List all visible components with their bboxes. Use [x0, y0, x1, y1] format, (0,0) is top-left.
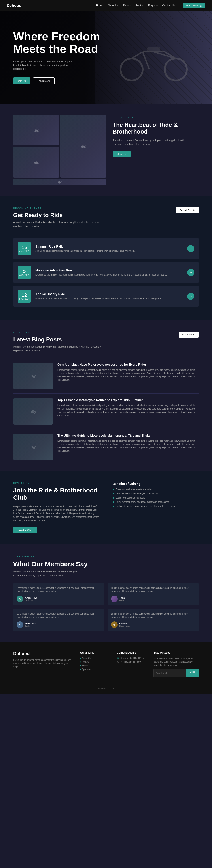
event-arrow-1[interactable]: →: [187, 245, 194, 252]
footer-contact-phone: 📞 + (42) 1234 567 890: [117, 660, 147, 663]
footer: Dehood Lorem ipsum dolor sit amet, conse…: [0, 642, 212, 694]
author-info-4: Gaban Designation: [120, 622, 130, 627]
footer-logo: Dehood: [13, 651, 74, 656]
hero-title: Where Freedom Meets the Road: [13, 30, 100, 55]
event-card-1: 15 July, 2024 Summer Ride Rally Join us …: [13, 238, 199, 259]
join-left: Invitation Join the Ride & Brotherhood C…: [13, 482, 99, 533]
nav-contact[interactable]: Contact Us: [162, 4, 175, 7]
blog-subtitle: A small river named Duden flows by their…: [13, 345, 102, 353]
nav-pages[interactable]: Pages ▾: [148, 4, 158, 7]
navbar: Dehood Home About Us Events Routes Pages…: [0, 0, 212, 11]
about-label: Our Journey: [113, 117, 199, 119]
hero-buttons: Join Us Learn More: [13, 78, 100, 85]
about-section: 🏍 🏍 🏍 🏍 Our Journey The Heartbeat of Rid…: [0, 103, 212, 196]
svg-line-4: [154, 52, 176, 58]
event-card-3: 12 Sept, 2024 Annual Charity Ride Ride w…: [13, 286, 199, 307]
join-club-button[interactable]: Join the Club: [13, 527, 37, 533]
benefit-dot-2: [113, 493, 114, 494]
benefit-2: Connect with fellow motorcycle enthusias…: [113, 492, 199, 495]
event-info-1: Summer Ride Rally Join us for an exhilar…: [35, 245, 183, 253]
testimonial-card-3: Lorem ipsum dolor sit amet, consectetur …: [13, 609, 104, 631]
footer-quick-links: Quick Link About Us Routes Events Sponso…: [80, 651, 110, 677]
newsletter-email-input[interactable]: [154, 669, 186, 677]
hero-join-button[interactable]: Join Us: [13, 78, 30, 85]
svg-point-0: [121, 58, 143, 81]
footer-link-events[interactable]: Events: [80, 664, 110, 667]
nav-about[interactable]: About Us: [108, 4, 118, 7]
hero-content: Where Freedom Meets the Road Lorem ipsum…: [13, 30, 100, 85]
hero-section: Where Freedom Meets the Road Lorem ipsum…: [0, 11, 212, 103]
author-avatar-3: M: [17, 621, 23, 628]
event-card-2: 5 Aug, 2024 Mountain Adventure Run Exper…: [13, 262, 199, 283]
event-date-2: 5 Aug, 2024: [18, 266, 31, 279]
blog-header: Stay Informed Latest Blog Posts A small …: [13, 332, 199, 357]
nav-logo: Dehood: [7, 3, 21, 8]
svg-rect-7: [147, 48, 160, 52]
blog-see-all-button[interactable]: See All Blog: [179, 332, 199, 338]
events-header: Upcoming Events Get Ready to Ride A smal…: [13, 207, 199, 232]
testimonial-author-3: M Maria Tan Banker: [17, 621, 101, 628]
event-info-2: Mountain Adventure Run Experience the th…: [35, 269, 183, 276]
footer-quick-links-title: Quick Link: [80, 651, 110, 654]
blog-card-3: 🏍 The Ultimate Guide to Motorcycle Maint…: [13, 434, 199, 460]
blog-card-2: 🏍 Top 10 Scenic Motorcycle Routes to Exp…: [13, 398, 199, 429]
testimonials-col-2: Lorem ipsum dolor sit amet, consectetur …: [108, 583, 199, 631]
join-section: Invitation Join the Ride & Brotherhood C…: [0, 471, 212, 545]
testimonial-author-1: A Andy Row Designer: [17, 595, 101, 602]
footer-newsletter: Stay Updated A small river named Duden f…: [154, 651, 199, 677]
blog-list: 🏍 Gear Up: Must-Have Motorcycle Accessor…: [13, 363, 199, 460]
nav-home[interactable]: Home: [96, 4, 103, 7]
benefit-dot-5: [113, 506, 114, 507]
events-see-all-button[interactable]: See All Events: [176, 207, 199, 213]
footer-links-list: About Us Routes Events Sponsors: [80, 657, 110, 671]
benefits-list: Access to exclusive events and rides Con…: [113, 488, 199, 507]
testimonial-card-4: Lorem ipsum dolor sit amet, consectetur …: [108, 609, 199, 631]
about-images-grid: 🏍 🏍 🏍 🏍: [13, 115, 106, 185]
footer-brand: Dehood Lorem ipsum dolor sit amet, conse…: [13, 651, 74, 677]
about-join-button[interactable]: Join Us: [113, 151, 131, 157]
footer-link-sponsors[interactable]: Sponsors: [80, 668, 110, 671]
svg-line-2: [132, 52, 143, 58]
blog-card-1: 🏍 Gear Up: Must-Have Motorcycle Accessor…: [13, 363, 199, 394]
about-text: A small river named Duden flows by their…: [113, 138, 199, 146]
join-text: Are you passionate about motorcycles and…: [13, 505, 99, 522]
event-arrow-2[interactable]: →: [187, 269, 194, 276]
email-icon: ✉: [117, 657, 118, 659]
footer-link-routes[interactable]: Routes: [80, 660, 110, 663]
about-image-3: 🏍: [13, 147, 59, 178]
svg-point-1: [165, 58, 187, 81]
testimonials-subtitle: A small river named Duden flows by their…: [13, 570, 80, 578]
footer-link-about[interactable]: About Us: [80, 657, 110, 659]
blog-image-1: 🏍: [13, 363, 53, 389]
about-image-4: 🏍: [13, 179, 106, 185]
testimonials-grid: Lorem ipsum dolor sit amet, consectetur …: [13, 583, 199, 631]
events-list: 15 July, 2024 Summer Ride Rally Join us …: [13, 238, 199, 307]
events-subtitle: A small river named Duden flows by their…: [13, 220, 102, 228]
testimonial-card-2: Lorem ipsum dolor sit amet, consectetur …: [108, 583, 199, 606]
footer-newsletter-title: Stay Updated: [154, 651, 199, 654]
events-header-left: Upcoming Events Get Ready to Ride A smal…: [13, 207, 102, 232]
svg-line-5: [143, 52, 149, 69]
nav-routes[interactable]: Routes: [135, 4, 144, 7]
newsletter-submit-button[interactable]: Send it: [186, 669, 199, 677]
footer-grid: Dehood Lorem ipsum dolor sit amet, conse…: [13, 651, 199, 677]
blog-content-3: The Ultimate Guide to Motorcycle Mainten…: [57, 434, 199, 460]
nav-cta-button[interactable]: Next Events 🏍: [183, 3, 205, 8]
blog-content-1: Gear Up: Must-Have Motorcycle Accessorie…: [57, 363, 199, 389]
footer-newsletter-text: A small river named Duden flows by their…: [154, 657, 199, 667]
benefit-dot-4: [113, 501, 114, 503]
footer-desc: Lorem ipsum dolor sit amet, consectetur …: [13, 658, 74, 668]
event-info-3: Annual Charity Ride Ride with us for a c…: [35, 292, 183, 300]
event-arrow-3[interactable]: →: [187, 293, 194, 300]
events-section: Upcoming Events Get Ready to Ride A smal…: [0, 196, 212, 320]
benefit-1: Access to exclusive events and rides: [113, 488, 199, 491]
page-wrapper: Dehood Home About Us Events Routes Pages…: [0, 0, 212, 694]
nav-events[interactable]: Events: [123, 4, 131, 7]
testimonials-section: Testimonials What Our Members Say A smal…: [0, 545, 212, 642]
hero-learn-button[interactable]: Learn More: [33, 78, 55, 85]
blog-content-2: Top 10 Scenic Motorcycle Routes to Explo…: [57, 398, 199, 425]
footer-contact: Contact Details ✉ Stay@contact.Bg 01115 …: [117, 651, 147, 677]
author-info-2: Taka Artist: [120, 596, 125, 601]
join-title: Join the Ride & Brotherhood Club: [13, 487, 99, 501]
footer-contact-title: Contact Details: [117, 651, 147, 654]
